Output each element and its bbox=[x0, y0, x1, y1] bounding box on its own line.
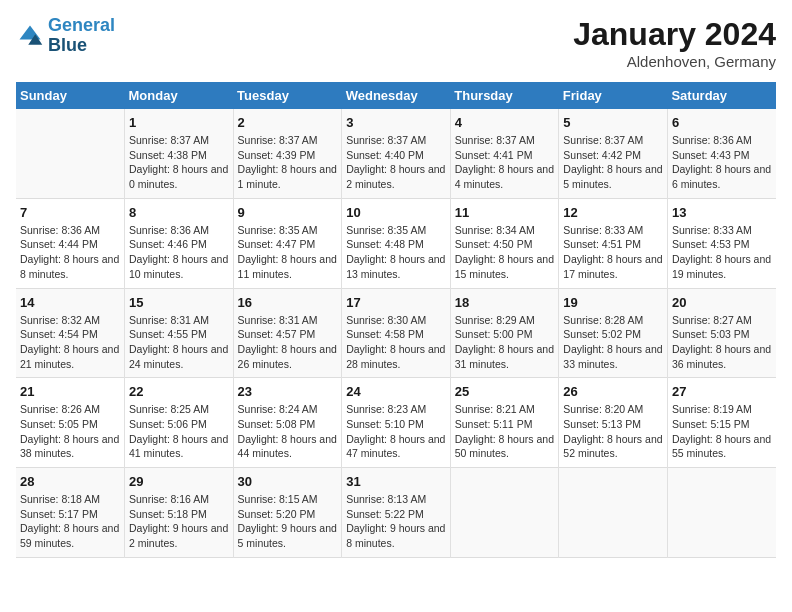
daylight-text: Daylight: 8 hours and 26 minutes. bbox=[238, 342, 338, 371]
day-number: 8 bbox=[129, 205, 229, 220]
day-number: 11 bbox=[455, 205, 555, 220]
sunrise-text: Sunrise: 8:37 AM bbox=[238, 133, 338, 148]
sunrise-text: Sunrise: 8:35 AM bbox=[346, 223, 446, 238]
day-info: Sunrise: 8:28 AMSunset: 5:02 PMDaylight:… bbox=[563, 313, 663, 372]
calendar-cell: 9Sunrise: 8:35 AMSunset: 4:47 PMDaylight… bbox=[233, 198, 342, 288]
week-row-3: 14Sunrise: 8:32 AMSunset: 4:54 PMDayligh… bbox=[16, 288, 776, 378]
daylight-text: Daylight: 8 hours and 10 minutes. bbox=[129, 252, 229, 281]
day-info: Sunrise: 8:35 AMSunset: 4:47 PMDaylight:… bbox=[238, 223, 338, 282]
header-saturday: Saturday bbox=[667, 82, 776, 109]
sunset-text: Sunset: 5:17 PM bbox=[20, 507, 120, 522]
day-number: 20 bbox=[672, 295, 772, 310]
sunset-text: Sunset: 4:42 PM bbox=[563, 148, 663, 163]
week-row-1: 1Sunrise: 8:37 AMSunset: 4:38 PMDaylight… bbox=[16, 109, 776, 198]
logo-icon bbox=[16, 22, 44, 50]
day-number: 5 bbox=[563, 115, 663, 130]
calendar-cell: 3Sunrise: 8:37 AMSunset: 4:40 PMDaylight… bbox=[342, 109, 451, 198]
day-info: Sunrise: 8:15 AMSunset: 5:20 PMDaylight:… bbox=[238, 492, 338, 551]
sunrise-text: Sunrise: 8:29 AM bbox=[455, 313, 555, 328]
sunrise-text: Sunrise: 8:37 AM bbox=[563, 133, 663, 148]
calendar-cell: 15Sunrise: 8:31 AMSunset: 4:55 PMDayligh… bbox=[125, 288, 234, 378]
day-info: Sunrise: 8:18 AMSunset: 5:17 PMDaylight:… bbox=[20, 492, 120, 551]
sunset-text: Sunset: 4:39 PM bbox=[238, 148, 338, 163]
sunset-text: Sunset: 4:46 PM bbox=[129, 237, 229, 252]
day-number: 16 bbox=[238, 295, 338, 310]
day-info: Sunrise: 8:19 AMSunset: 5:15 PMDaylight:… bbox=[672, 402, 772, 461]
sunset-text: Sunset: 4:43 PM bbox=[672, 148, 772, 163]
day-number: 29 bbox=[129, 474, 229, 489]
calendar-cell: 2Sunrise: 8:37 AMSunset: 4:39 PMDaylight… bbox=[233, 109, 342, 198]
day-number: 3 bbox=[346, 115, 446, 130]
sunset-text: Sunset: 5:08 PM bbox=[238, 417, 338, 432]
day-number: 2 bbox=[238, 115, 338, 130]
calendar-cell: 27Sunrise: 8:19 AMSunset: 5:15 PMDayligh… bbox=[667, 378, 776, 468]
daylight-text: Daylight: 8 hours and 38 minutes. bbox=[20, 432, 120, 461]
day-number: 31 bbox=[346, 474, 446, 489]
header-friday: Friday bbox=[559, 82, 668, 109]
sunset-text: Sunset: 4:53 PM bbox=[672, 237, 772, 252]
day-info: Sunrise: 8:37 AMSunset: 4:42 PMDaylight:… bbox=[563, 133, 663, 192]
sunrise-text: Sunrise: 8:33 AM bbox=[563, 223, 663, 238]
daylight-text: Daylight: 8 hours and 6 minutes. bbox=[672, 162, 772, 191]
calendar-cell: 29Sunrise: 8:16 AMSunset: 5:18 PMDayligh… bbox=[125, 468, 234, 558]
sunset-text: Sunset: 4:50 PM bbox=[455, 237, 555, 252]
sunrise-text: Sunrise: 8:27 AM bbox=[672, 313, 772, 328]
sunset-text: Sunset: 4:40 PM bbox=[346, 148, 446, 163]
calendar-cell: 19Sunrise: 8:28 AMSunset: 5:02 PMDayligh… bbox=[559, 288, 668, 378]
page-header: General Blue January 2024 Aldenhoven, Ge… bbox=[16, 16, 776, 70]
sunset-text: Sunset: 5:05 PM bbox=[20, 417, 120, 432]
sunset-text: Sunset: 5:18 PM bbox=[129, 507, 229, 522]
daylight-text: Daylight: 8 hours and 13 minutes. bbox=[346, 252, 446, 281]
daylight-text: Daylight: 8 hours and 4 minutes. bbox=[455, 162, 555, 191]
week-row-4: 21Sunrise: 8:26 AMSunset: 5:05 PMDayligh… bbox=[16, 378, 776, 468]
day-info: Sunrise: 8:31 AMSunset: 4:55 PMDaylight:… bbox=[129, 313, 229, 372]
daylight-text: Daylight: 8 hours and 0 minutes. bbox=[129, 162, 229, 191]
sunrise-text: Sunrise: 8:36 AM bbox=[672, 133, 772, 148]
day-info: Sunrise: 8:33 AMSunset: 4:53 PMDaylight:… bbox=[672, 223, 772, 282]
sunrise-text: Sunrise: 8:30 AM bbox=[346, 313, 446, 328]
day-number: 18 bbox=[455, 295, 555, 310]
daylight-text: Daylight: 8 hours and 44 minutes. bbox=[238, 432, 338, 461]
daylight-text: Daylight: 8 hours and 5 minutes. bbox=[563, 162, 663, 191]
day-number: 10 bbox=[346, 205, 446, 220]
calendar-cell bbox=[16, 109, 125, 198]
sunrise-text: Sunrise: 8:19 AM bbox=[672, 402, 772, 417]
daylight-text: Daylight: 8 hours and 52 minutes. bbox=[563, 432, 663, 461]
main-title: January 2024 bbox=[573, 16, 776, 53]
day-number: 7 bbox=[20, 205, 120, 220]
calendar-cell: 25Sunrise: 8:21 AMSunset: 5:11 PMDayligh… bbox=[450, 378, 559, 468]
sunset-text: Sunset: 5:02 PM bbox=[563, 327, 663, 342]
sunrise-text: Sunrise: 8:26 AM bbox=[20, 402, 120, 417]
calendar-cell: 14Sunrise: 8:32 AMSunset: 4:54 PMDayligh… bbox=[16, 288, 125, 378]
day-info: Sunrise: 8:37 AMSunset: 4:41 PMDaylight:… bbox=[455, 133, 555, 192]
sunrise-text: Sunrise: 8:23 AM bbox=[346, 402, 446, 417]
day-info: Sunrise: 8:16 AMSunset: 5:18 PMDaylight:… bbox=[129, 492, 229, 551]
daylight-text: Daylight: 8 hours and 47 minutes. bbox=[346, 432, 446, 461]
daylight-text: Daylight: 8 hours and 31 minutes. bbox=[455, 342, 555, 371]
sunrise-text: Sunrise: 8:18 AM bbox=[20, 492, 120, 507]
header-row: SundayMondayTuesdayWednesdayThursdayFrid… bbox=[16, 82, 776, 109]
day-number: 14 bbox=[20, 295, 120, 310]
daylight-text: Daylight: 8 hours and 19 minutes. bbox=[672, 252, 772, 281]
daylight-text: Daylight: 8 hours and 28 minutes. bbox=[346, 342, 446, 371]
calendar-cell: 12Sunrise: 8:33 AMSunset: 4:51 PMDayligh… bbox=[559, 198, 668, 288]
day-info: Sunrise: 8:33 AMSunset: 4:51 PMDaylight:… bbox=[563, 223, 663, 282]
calendar-table: SundayMondayTuesdayWednesdayThursdayFrid… bbox=[16, 82, 776, 558]
calendar-cell: 4Sunrise: 8:37 AMSunset: 4:41 PMDaylight… bbox=[450, 109, 559, 198]
daylight-text: Daylight: 8 hours and 59 minutes. bbox=[20, 521, 120, 550]
sunrise-text: Sunrise: 8:33 AM bbox=[672, 223, 772, 238]
day-number: 13 bbox=[672, 205, 772, 220]
day-info: Sunrise: 8:36 AMSunset: 4:44 PMDaylight:… bbox=[20, 223, 120, 282]
day-number: 23 bbox=[238, 384, 338, 399]
sunset-text: Sunset: 4:54 PM bbox=[20, 327, 120, 342]
sunrise-text: Sunrise: 8:16 AM bbox=[129, 492, 229, 507]
daylight-text: Daylight: 8 hours and 15 minutes. bbox=[455, 252, 555, 281]
daylight-text: Daylight: 9 hours and 2 minutes. bbox=[129, 521, 229, 550]
day-info: Sunrise: 8:35 AMSunset: 4:48 PMDaylight:… bbox=[346, 223, 446, 282]
header-wednesday: Wednesday bbox=[342, 82, 451, 109]
day-info: Sunrise: 8:29 AMSunset: 5:00 PMDaylight:… bbox=[455, 313, 555, 372]
sunrise-text: Sunrise: 8:24 AM bbox=[238, 402, 338, 417]
sunset-text: Sunset: 5:13 PM bbox=[563, 417, 663, 432]
day-info: Sunrise: 8:26 AMSunset: 5:05 PMDaylight:… bbox=[20, 402, 120, 461]
title-block: January 2024 Aldenhoven, Germany bbox=[573, 16, 776, 70]
